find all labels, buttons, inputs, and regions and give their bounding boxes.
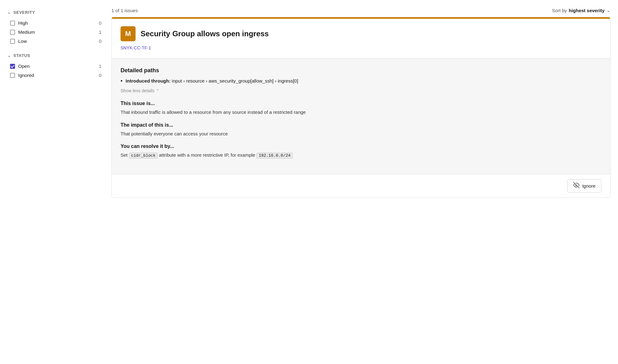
resolve-code-2: 192.16.0.0/24: [256, 153, 292, 159]
show-less-button[interactable]: Show less details ⌃: [121, 88, 601, 93]
show-less-caret-icon: ⌃: [156, 88, 159, 93]
resolve-section: You can resolve it by... Set cidr_block …: [121, 144, 601, 159]
impact-section: The impact of this is... That potentiall…: [121, 122, 601, 138]
issue-footer: Ignore: [112, 174, 610, 198]
severity-high-count: 0: [95, 20, 101, 26]
detailed-paths-title: Detailed paths: [121, 67, 601, 74]
path-value: input › resource › aws_security_group[al…: [172, 78, 298, 83]
severity-medium-checkbox[interactable]: [10, 30, 15, 35]
this-issue-text: That inbound traffic is allowed to a res…: [121, 109, 601, 116]
status-ignored-label: Ignored: [18, 73, 92, 78]
sort-control[interactable]: Sort by highest severity ⌄: [552, 8, 610, 13]
status-ignored-item[interactable]: Ignored 0: [8, 71, 101, 80]
severity-medium-count: 1: [95, 29, 101, 35]
status-open-label: Open: [18, 63, 92, 69]
status-ignored-count: 0: [95, 73, 101, 78]
issue-card: M Security Group allows open ingress SNY…: [111, 17, 610, 198]
status-filter-section: ⌄ STATUS Open 1 Ignored 0: [8, 53, 101, 80]
issues-header: 1 of 1 issues Sort by highest severity ⌄: [111, 8, 610, 13]
severity-filter-section: ⌄ SEVERITY High 0 Medium 1 Low 0: [8, 10, 101, 46]
issue-card-header: M Security Group allows open ingress SNY…: [112, 17, 610, 58]
severity-low-checkbox[interactable]: [10, 39, 15, 44]
path-label: Introduced through:: [126, 78, 170, 83]
severity-low-count: 0: [95, 38, 101, 44]
path-text: Introduced through: input › resource › a…: [126, 78, 298, 83]
severity-badge: M: [121, 26, 136, 41]
severity-low-item[interactable]: Low 0: [8, 37, 101, 46]
sort-chevron-icon: ⌄: [606, 8, 610, 13]
severity-high-checkbox[interactable]: [10, 21, 15, 26]
ignore-button-label: Ignore: [582, 183, 595, 189]
issue-title-row: M Security Group allows open ingress: [121, 26, 601, 41]
status-filter-label: STATUS: [13, 53, 30, 58]
sidebar: ⌄ SEVERITY High 0 Medium 1 Low 0: [8, 8, 101, 356]
impact-title: The impact of this is...: [121, 122, 601, 128]
resolve-title: You can resolve it by...: [121, 144, 601, 149]
resolve-code-1: cidr_block: [129, 153, 158, 159]
severity-filter-label: SEVERITY: [13, 10, 35, 15]
issue-body: Detailed paths • Introduced through: inp…: [112, 58, 610, 174]
status-filter-header[interactable]: ⌄ STATUS: [8, 53, 101, 58]
status-chevron-icon: ⌄: [8, 53, 11, 58]
status-open-count: 1: [95, 63, 101, 69]
this-issue-title: This issue is...: [121, 101, 601, 106]
issue-id-link[interactable]: SNYK-CC-TF-1: [121, 45, 151, 50]
severity-medium-label: Medium: [18, 29, 92, 35]
show-less-label: Show less details: [121, 88, 154, 93]
severity-high-label: High: [18, 20, 92, 26]
ignore-icon: [573, 182, 579, 190]
status-open-item[interactable]: Open 1: [8, 62, 101, 71]
sort-value: highest severity: [569, 8, 605, 13]
resolve-text: Set cidr_block attribute with a more res…: [121, 152, 601, 159]
impact-text: That potentially everyone can access you…: [121, 130, 601, 138]
severity-high-item[interactable]: High 0: [8, 18, 101, 28]
resolve-text-middle: attribute with a more restrictive IP, fo…: [158, 152, 257, 158]
main-content: 1 of 1 issues Sort by highest severity ⌄…: [111, 8, 610, 356]
severity-low-label: Low: [18, 38, 92, 44]
severity-chevron-icon: ⌄: [8, 10, 11, 15]
severity-filter-header[interactable]: ⌄ SEVERITY: [8, 10, 101, 15]
issues-count: 1 of 1 issues: [111, 8, 138, 13]
path-item: • Introduced through: input › resource ›…: [121, 78, 601, 84]
this-issue-section: This issue is... That inbound traffic is…: [121, 101, 601, 116]
status-ignored-checkbox[interactable]: [10, 73, 15, 78]
ignore-button[interactable]: Ignore: [567, 179, 601, 193]
issue-title: Security Group allows open ingress: [141, 29, 269, 38]
sort-prefix: Sort by: [552, 8, 567, 13]
bullet-icon: •: [121, 78, 122, 84]
resolve-text-before: Set: [121, 152, 129, 158]
status-open-checkbox[interactable]: [10, 64, 15, 69]
severity-medium-item[interactable]: Medium 1: [8, 28, 101, 37]
